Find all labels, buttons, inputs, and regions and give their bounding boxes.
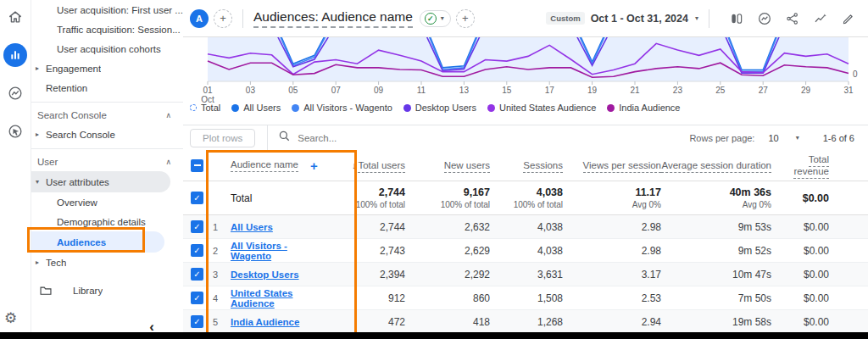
home-icon[interactable] bbox=[3, 5, 27, 29]
cell-avg-session-duration: 9m 53s bbox=[661, 221, 771, 233]
search-input[interactable] bbox=[298, 133, 467, 143]
rows-per-page-value[interactable]: 10 bbox=[768, 133, 778, 143]
nav-user-acquisition-cohorts[interactable]: User acquisition cohorts bbox=[31, 39, 183, 58]
chevron-up-icon: ∧ bbox=[165, 158, 171, 166]
bottom-black-bar bbox=[0, 332, 868, 339]
cell-new-users: 2,629 bbox=[405, 245, 490, 257]
cell-total-revenue: $0.00 bbox=[771, 269, 829, 281]
line-chart-plot[interactable] bbox=[183, 37, 868, 86]
nav-demographic-details[interactable]: Demographic details bbox=[31, 212, 183, 231]
column-header-new-users[interactable]: New users bbox=[444, 160, 490, 173]
column-header-audience-name[interactable]: Audience name bbox=[231, 159, 298, 172]
search-icon bbox=[278, 130, 291, 146]
legend-label: Total bbox=[201, 103, 220, 113]
x-tick-label: 15 bbox=[496, 86, 518, 95]
legend-item[interactable]: Desktop Users bbox=[403, 103, 476, 113]
nav-overview[interactable]: Overview bbox=[31, 192, 183, 212]
customize-report-icon[interactable] bbox=[837, 8, 860, 29]
column-header-avg-session-duration[interactable]: Average session duration bbox=[661, 160, 771, 173]
legend-item[interactable]: United States Audience bbox=[487, 103, 596, 113]
cell-sub: Avg 0% bbox=[661, 200, 771, 209]
audience-link[interactable]: Desktop Users bbox=[231, 270, 299, 280]
nav-library[interactable]: Library bbox=[31, 281, 183, 300]
share-icon[interactable] bbox=[782, 8, 804, 29]
nav-search-console[interactable]: ▸Search Console bbox=[31, 125, 183, 144]
cell-sessions: 4,038 bbox=[490, 221, 563, 233]
chart-legend: TotalAll UsersAll Visitors - WagentoDesk… bbox=[190, 103, 680, 113]
report-nav: User acquisition: First user ... Traffic… bbox=[31, 0, 183, 339]
report-status-pill[interactable]: ✓ ▾ bbox=[420, 10, 451, 27]
nav-engagement[interactable]: ▸Engagement bbox=[31, 58, 183, 78]
cell-total-revenue: $0.00 bbox=[771, 221, 829, 233]
nav-audiences-active[interactable]: Audiences bbox=[31, 231, 164, 253]
cell-avg-session-duration: 9m 52s bbox=[661, 245, 771, 257]
row-checkbox[interactable]: ✓ bbox=[191, 292, 203, 304]
cell-value: $0.00 bbox=[771, 192, 829, 204]
nav-label: Audiences bbox=[31, 237, 106, 247]
explore-icon[interactable] bbox=[3, 81, 27, 105]
caret-down-icon[interactable]: ▾ bbox=[695, 14, 698, 22]
advertising-icon[interactable] bbox=[3, 119, 27, 143]
chevron-up-icon: ∧ bbox=[165, 111, 171, 119]
cell-total-users: 472 bbox=[331, 316, 405, 328]
audience-link[interactable]: United States Audience bbox=[231, 288, 331, 308]
nav-user-acquisition-first-user[interactable]: User acquisition: First user ... bbox=[31, 0, 183, 19]
reports-icon[interactable] bbox=[3, 43, 27, 67]
total-label: Total bbox=[231, 192, 252, 204]
column-header-views-per-session[interactable]: Views per session bbox=[583, 160, 661, 173]
edit-comparisons-icon[interactable] bbox=[726, 8, 748, 29]
insights-icon[interactable] bbox=[810, 8, 832, 29]
column-header-total-users[interactable]: Total users bbox=[358, 160, 405, 173]
x-tick-label: 25 bbox=[709, 86, 732, 95]
legend-item[interactable]: Total bbox=[190, 103, 220, 113]
main-content: A + Audiences: Audience name ✓ ▾ + Custo… bbox=[183, 0, 868, 339]
section-user[interactable]: User∧ bbox=[31, 153, 183, 171]
add-column-button[interactable]: + bbox=[310, 158, 318, 173]
select-all-checkbox[interactable] bbox=[191, 159, 203, 172]
x-tick-label: 13 bbox=[453, 86, 475, 95]
nav-label: Overview bbox=[31, 197, 97, 208]
row-checkbox[interactable]: ✓ bbox=[191, 268, 203, 281]
chevron-down-icon: ▾ bbox=[36, 178, 39, 186]
add-comparison-button[interactable]: + bbox=[214, 9, 232, 28]
sort-desc-icon: ↓ bbox=[352, 160, 357, 170]
cell-new-users: 860 bbox=[405, 292, 490, 304]
admin-gear-icon[interactable]: ⚙ bbox=[4, 309, 17, 327]
legend-item[interactable]: All Users bbox=[231, 103, 281, 113]
report-title[interactable]: Audiences: Audience name bbox=[253, 9, 413, 28]
nav-tech[interactable]: ▸Tech bbox=[31, 253, 183, 272]
caret-down-icon[interactable]: ▾ bbox=[796, 134, 799, 142]
nav-user-attributes[interactable]: ▾User attributes bbox=[31, 171, 170, 192]
column-header-total-revenue[interactable]: Total revenue bbox=[793, 154, 829, 179]
nav-label: Engagement bbox=[31, 64, 101, 74]
section-search-console[interactable]: Search Console∧ bbox=[31, 106, 183, 125]
explore-report-icon[interactable] bbox=[754, 8, 776, 29]
legend-item[interactable]: All Visitors - Wagento bbox=[292, 103, 392, 113]
x-tick-label: 21 bbox=[624, 86, 646, 95]
cell-value: 9,167 bbox=[405, 186, 490, 198]
add-report-tab-button[interactable]: + bbox=[456, 9, 475, 28]
row-checkbox[interactable]: ✓ bbox=[191, 220, 203, 233]
audience-link[interactable]: India Audience bbox=[231, 317, 299, 327]
row-checkbox[interactable]: ✓ bbox=[191, 244, 203, 257]
audience-link[interactable]: All Visitors - Wagento bbox=[231, 241, 331, 261]
cell-sessions: 4,038 bbox=[490, 245, 563, 257]
legend-item[interactable]: India Audience bbox=[607, 103, 680, 113]
plot-rows-button[interactable]: Plot rows bbox=[190, 129, 255, 147]
cell-sub: 100% of total bbox=[405, 200, 490, 209]
report-header: A + Audiences: Audience name ✓ ▾ + Custo… bbox=[183, 0, 868, 37]
x-tick-label: 17 bbox=[538, 86, 560, 95]
nav-traffic-acquisition[interactable]: Traffic acquisition: Session... bbox=[31, 19, 183, 39]
divider bbox=[242, 9, 243, 28]
cell-views-per-session: 2.53 bbox=[563, 292, 661, 304]
date-range[interactable]: Oct 1 - Oct 31, 2024 bbox=[591, 13, 688, 25]
audience-link[interactable]: All Users bbox=[231, 222, 273, 232]
cell-sessions: 1,268 bbox=[490, 316, 563, 328]
legend-label: United States Audience bbox=[499, 103, 596, 113]
column-header-sessions[interactable]: Sessions bbox=[523, 160, 563, 173]
nav-retention[interactable]: Retention bbox=[31, 78, 183, 97]
row-checkbox[interactable]: ✓ bbox=[191, 315, 203, 328]
folder-icon bbox=[40, 286, 52, 296]
comparison-chip-a[interactable]: A bbox=[190, 9, 209, 28]
row-checkbox[interactable]: ✓ bbox=[191, 192, 203, 204]
